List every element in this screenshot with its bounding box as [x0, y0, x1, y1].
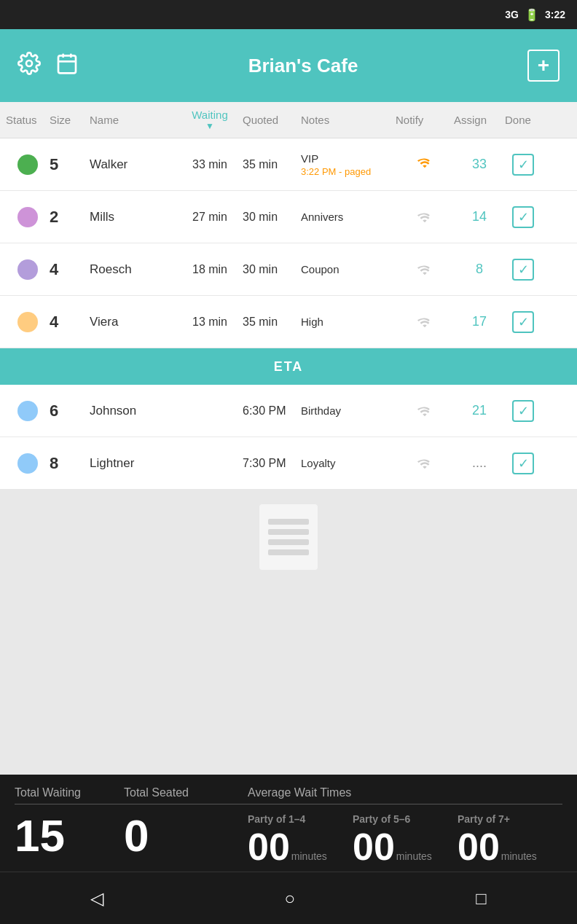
col-header-notify: Notify — [396, 114, 454, 126]
notify-button[interactable] — [396, 314, 454, 330]
table-row: 6 Johnson 6:30 PM Birthday 21 ✓ — [0, 385, 577, 437]
table-scroll-area: 5 Walker 33 min 35 min VIP 3:22 PM - pag… — [0, 138, 577, 775]
done-checkbox[interactable]: ✓ — [505, 206, 541, 228]
notify-button[interactable] — [396, 154, 454, 175]
done-checkbox[interactable]: ✓ — [505, 400, 541, 422]
calendar-icon[interactable] — [55, 52, 79, 80]
assign-number: 21 — [454, 403, 505, 418]
row-status-indicator — [6, 453, 50, 474]
assign-number: 8 — [454, 262, 505, 277]
party-7-plus-minutes: minutes — [501, 850, 537, 862]
notify-button[interactable] — [396, 455, 454, 471]
status-dot-orange — [17, 312, 38, 332]
party-size: 4 — [50, 313, 90, 332]
party-5-6: Party of 5–6 00 minutes — [353, 813, 458, 866]
total-waiting-label: Total Waiting — [15, 786, 124, 799]
row-status-indicator — [6, 312, 50, 332]
table-row: 4 Viera 13 min 35 min High 17 ✓ — [0, 296, 577, 348]
status-dot-purple — [17, 259, 38, 280]
guest-name: Viera — [90, 315, 177, 329]
done-checkbox[interactable]: ✓ — [505, 259, 541, 281]
clock: 3:22 — [545, 9, 565, 20]
party-wait-times: Party of 1–4 00 minutes Party of 5–6 00 … — [248, 813, 562, 866]
row-status-indicator — [6, 401, 50, 421]
eta-label: ETA — [274, 359, 304, 375]
table-row: 4 Roesch 18 min 30 min Coupon 8 ✓ — [0, 243, 577, 296]
notify-button[interactable] — [396, 262, 454, 278]
done-checkbox[interactable]: ✓ — [505, 453, 541, 474]
svg-rect-1 — [58, 55, 76, 73]
avg-wait-label: Average Wait Times — [248, 786, 562, 799]
waiting-table-body: 5 Walker 33 min 35 min VIP 3:22 PM - pag… — [0, 138, 577, 348]
notes-field: Loyalty — [301, 457, 396, 469]
row-status-indicator — [6, 207, 50, 227]
party-1-4: Party of 1–4 00 minutes — [248, 813, 353, 866]
settings-icon[interactable] — [17, 52, 41, 80]
notes-field: Annivers — [301, 211, 396, 223]
recent-button[interactable]: □ — [476, 888, 487, 909]
party-size: 6 — [50, 402, 90, 420]
wait-time: 27 min — [177, 211, 243, 224]
party-5-6-label: Party of 5–6 — [353, 813, 458, 825]
footer-labels-row: Total Waiting Total Seated Average Wait … — [15, 786, 562, 799]
guest-name: Roesch — [90, 262, 177, 277]
notes-field: High — [301, 316, 396, 328]
notify-button[interactable] — [396, 209, 454, 225]
status-dot-blue — [17, 401, 38, 421]
row-status-indicator — [6, 259, 50, 280]
guest-name: Walker — [90, 157, 177, 172]
assign-number: 14 — [454, 209, 505, 224]
quoted-time: 35 min — [243, 316, 301, 329]
guest-name: Lightner — [90, 456, 177, 471]
guest-name: Mills — [90, 210, 177, 224]
party-7-plus-label: Party of 7+ — [458, 813, 562, 825]
notify-button[interactable] — [396, 403, 454, 419]
footer-values-row: 15 0 Party of 1–4 00 minutes Party of 5–… — [15, 813, 562, 866]
home-button[interactable]: ○ — [284, 888, 295, 909]
app-header: Brian's Cafe + — [0, 29, 577, 102]
back-button[interactable]: ◁ — [90, 888, 103, 909]
table-row: 8 Lightner 7:30 PM Loyalty .... ✓ — [0, 437, 577, 490]
notes-field: Birthday — [301, 404, 396, 417]
col-header-name: Name — [90, 114, 177, 126]
assign-number: 17 — [454, 314, 505, 329]
notes-field: VIP 3:22 PM - paged — [301, 152, 396, 177]
col-header-waiting[interactable]: Waiting ▼ — [177, 109, 243, 131]
app-title: Brian's Cafe — [248, 55, 358, 77]
col-header-size: Size — [50, 114, 90, 126]
guest-name: Johnson — [90, 404, 177, 418]
add-party-button[interactable]: + — [527, 50, 560, 82]
total-seated-value: 0 — [124, 813, 248, 858]
footer-stats: Total Waiting Total Seated Average Wait … — [0, 775, 577, 872]
col-header-notes: Notes — [301, 114, 396, 126]
quoted-time: 30 min — [243, 263, 301, 276]
party-5-6-value: 00 — [353, 828, 395, 866]
eta-table-body: 6 Johnson 6:30 PM Birthday 21 ✓ — [0, 385, 577, 490]
assign-number: .... — [454, 455, 505, 471]
header-left-icons — [17, 52, 79, 80]
col-header-assign: Assign — [454, 114, 505, 126]
party-size: 5 — [50, 155, 90, 174]
party-5-6-minutes: minutes — [396, 850, 432, 862]
party-1-4-minutes: minutes — [291, 850, 327, 862]
party-1-4-value: 00 — [248, 828, 290, 866]
svg-point-0 — [26, 60, 32, 66]
navigation-bar: ◁ ○ □ — [0, 872, 577, 924]
party-size: 8 — [50, 454, 90, 473]
empty-state-icon — [259, 504, 318, 570]
battery-icon: 🔋 — [525, 8, 539, 22]
column-headers: Status Size Name Waiting ▼ Quoted Notes … — [0, 102, 577, 138]
status-dot-blue — [17, 453, 38, 474]
col-header-status: Status — [6, 114, 50, 126]
party-size: 4 — [50, 260, 90, 279]
done-checkbox[interactable]: ✓ — [505, 311, 541, 333]
quoted-time: 7:30 PM — [243, 457, 301, 470]
table-row: 5 Walker 33 min 35 min VIP 3:22 PM - pag… — [0, 138, 577, 191]
status-dot-purple-light — [17, 207, 38, 227]
quoted-time: 35 min — [243, 158, 301, 171]
done-checkbox[interactable]: ✓ — [505, 154, 541, 176]
signal-indicator: 3G — [505, 9, 519, 20]
party-7-plus: Party of 7+ 00 minutes — [458, 813, 562, 866]
table-row: 2 Mills 27 min 30 min Annivers 14 ✓ — [0, 191, 577, 243]
row-status-indicator — [6, 154, 50, 175]
